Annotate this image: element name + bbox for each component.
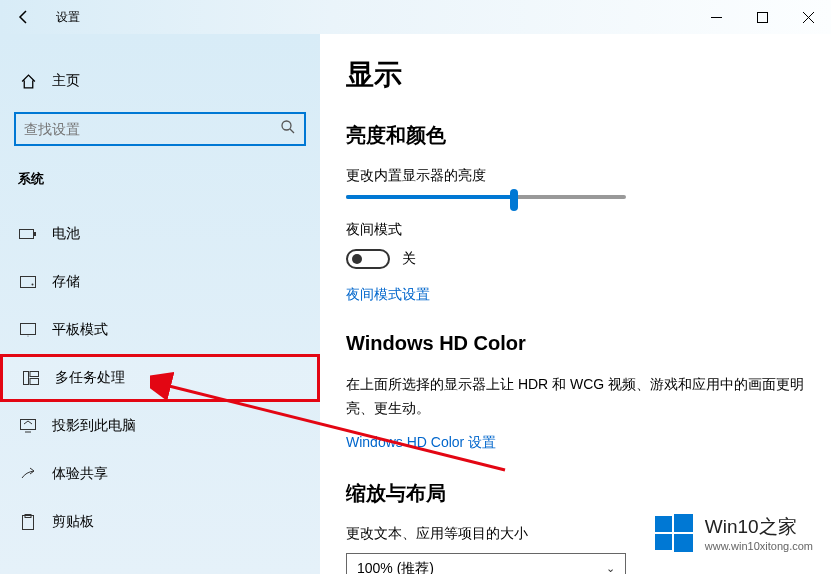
titlebar: 设置	[0, 0, 831, 34]
svg-rect-14	[30, 379, 39, 385]
sidebar-item-label: 投影到此电脑	[52, 417, 136, 435]
brightness-slider[interactable]	[346, 195, 626, 199]
search-field[interactable]	[24, 121, 280, 137]
scale-value: 100% (推荐)	[357, 560, 434, 574]
watermark: Win10之家 www.win10xitong.com	[653, 512, 813, 554]
share-icon	[18, 467, 38, 481]
section-hdcolor-title: Windows HD Color	[346, 332, 805, 355]
svg-point-11	[28, 336, 29, 337]
svg-rect-13	[30, 372, 39, 377]
window-controls	[693, 0, 831, 34]
home-label: 主页	[52, 72, 80, 90]
watermark-title: Win10之家	[705, 514, 813, 540]
maximize-button[interactable]	[739, 0, 785, 34]
svg-rect-21	[674, 514, 693, 532]
project-icon	[18, 419, 38, 433]
close-icon	[803, 12, 814, 23]
sidebar-category: 系统	[0, 162, 320, 210]
scale-dropdown[interactable]: 100% (推荐) ⌄	[346, 553, 626, 574]
close-button[interactable]	[785, 0, 831, 34]
sidebar-item-battery[interactable]: 电池	[0, 210, 320, 258]
brightness-label: 更改内置显示器的亮度	[346, 167, 805, 185]
section-brightness-title: 亮度和颜色	[346, 122, 805, 149]
svg-rect-22	[655, 534, 672, 550]
svg-rect-6	[20, 230, 34, 239]
sidebar-item-storage[interactable]: 存储	[0, 258, 320, 306]
minimize-icon	[711, 12, 722, 23]
nightlight-settings-link[interactable]: 夜间模式设置	[346, 286, 430, 304]
nightlight-state: 关	[402, 250, 416, 268]
search-icon	[280, 119, 296, 139]
page-title: 显示	[346, 56, 805, 94]
home-icon	[18, 73, 38, 90]
section-scale-title: 缩放与布局	[346, 480, 805, 507]
window-title: 设置	[56, 9, 80, 26]
sidebar-item-label: 平板模式	[52, 321, 108, 339]
toggle-knob	[352, 254, 362, 264]
svg-point-9	[32, 284, 34, 286]
chevron-down-icon: ⌄	[606, 562, 615, 574]
sidebar: 主页 系统 电池 存储 平板模式 多任务处理	[0, 34, 320, 574]
back-button[interactable]	[0, 0, 48, 34]
sidebar-item-tablet[interactable]: 平板模式	[0, 306, 320, 354]
hdcolor-description: 在上面所选择的显示器上让 HDR 和 WCG 视频、游戏和应用中的画面更明亮、更…	[346, 373, 805, 421]
slider-fill	[346, 195, 514, 199]
svg-rect-12	[24, 372, 29, 385]
home-nav[interactable]: 主页	[0, 62, 320, 100]
sidebar-item-share[interactable]: 体验共享	[0, 450, 320, 498]
svg-rect-10	[21, 324, 36, 335]
nightlight-toggle[interactable]	[346, 249, 390, 269]
svg-rect-23	[674, 534, 693, 552]
sidebar-item-label: 剪贴板	[52, 513, 94, 531]
watermark-url: www.win10xitong.com	[705, 540, 813, 552]
svg-rect-7	[34, 232, 36, 236]
windows-logo-icon	[653, 512, 695, 554]
sidebar-item-label: 体验共享	[52, 465, 108, 483]
clipboard-icon	[18, 514, 38, 530]
multitask-icon	[21, 371, 41, 385]
slider-thumb[interactable]	[510, 189, 518, 211]
svg-rect-1	[757, 12, 767, 22]
storage-icon	[18, 276, 38, 288]
hdcolor-settings-link[interactable]: Windows HD Color 设置	[346, 434, 496, 452]
sidebar-item-clipboard[interactable]: 剪贴板	[0, 498, 320, 546]
svg-point-4	[282, 121, 291, 130]
svg-rect-20	[655, 516, 672, 532]
search-input[interactable]	[14, 112, 306, 146]
svg-rect-8	[21, 277, 36, 288]
sidebar-item-label: 存储	[52, 273, 80, 291]
nightlight-label: 夜间模式	[346, 221, 805, 239]
tablet-icon	[18, 323, 38, 337]
sidebar-item-label: 电池	[52, 225, 80, 243]
content-area: 显示 亮度和颜色 更改内置显示器的亮度 夜间模式 关 夜间模式设置 Window…	[320, 34, 831, 574]
maximize-icon	[757, 12, 768, 23]
sidebar-item-project[interactable]: 投影到此电脑	[0, 402, 320, 450]
sidebar-item-multitask[interactable]: 多任务处理	[0, 354, 320, 402]
arrow-left-icon	[16, 9, 32, 25]
svg-line-5	[290, 129, 294, 133]
minimize-button[interactable]	[693, 0, 739, 34]
battery-icon	[18, 228, 38, 240]
sidebar-item-label: 多任务处理	[55, 369, 125, 387]
